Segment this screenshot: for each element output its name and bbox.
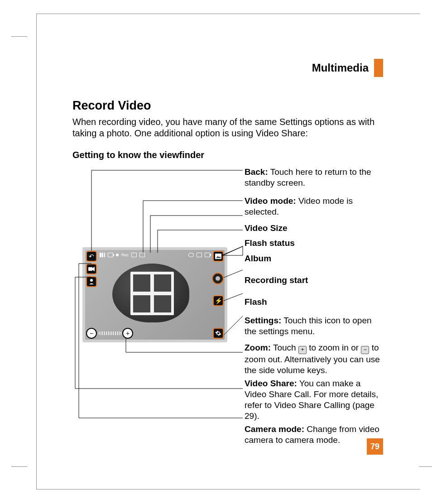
- callout-label: Settings:: [245, 316, 281, 325]
- callout-video-size: Video Size: [245, 223, 380, 234]
- crop-mark: [11, 36, 27, 37]
- callout-camera-mode: Camera mode: Change from video camera to…: [245, 424, 380, 446]
- svg-line-10: [224, 316, 243, 335]
- callout-back: Back: Touch here to return to the standb…: [245, 167, 380, 190]
- callout-album: Album: [245, 253, 380, 264]
- callout-label: Video Share:: [245, 379, 297, 388]
- callout-video-mode: Video mode: Video mode is selected.: [245, 196, 380, 217]
- section-tab: [374, 59, 383, 77]
- svg-line-8: [224, 270, 243, 278]
- callout-video-share: Video Share: You can make a Video Share …: [245, 378, 380, 421]
- crop-mark: [36, 14, 37, 489]
- crop-mark: [11, 466, 27, 467]
- callout-label: Flash status: [245, 238, 295, 248]
- callout-label: Recording start: [245, 275, 308, 285]
- crop-mark: [36, 489, 420, 490]
- crop-mark: [419, 466, 432, 467]
- callout-label: Video Size: [245, 223, 288, 233]
- svg-line-7: [223, 246, 243, 255]
- callout-settings: Settings: Touch this icon to open the se…: [245, 315, 380, 337]
- section-title: Multimedia: [312, 62, 369, 74]
- callout-column: Back: Touch here to return to the standb…: [245, 167, 380, 448]
- subheading: Getting to know the viewfinder: [72, 150, 385, 160]
- page-number: 79: [367, 438, 383, 455]
- page-title: Record Video: [72, 99, 385, 113]
- callout-recording-start: Recording start: [245, 275, 380, 286]
- zoom-out-icon: −: [361, 346, 369, 354]
- callout-flash: Flash: [245, 297, 380, 307]
- zoom-in-icon: +: [298, 346, 307, 354]
- callout-label: Flash: [245, 297, 267, 307]
- svg-line-9: [224, 293, 243, 301]
- viewfinder-diagram: Rec ↶ ⚡: [72, 167, 385, 447]
- callout-label: Camera mode:: [245, 424, 304, 434]
- intro-text: When recording video, you have many of t…: [72, 116, 385, 139]
- callout-zoom: Zoom: Touch + to zoom in or − to zoom ou…: [245, 342, 380, 375]
- leader-lines: [72, 167, 254, 447]
- crop-mark: [36, 14, 420, 14]
- page-content: Record Video When recording video, you h…: [72, 99, 385, 447]
- callout-label: Back:: [245, 167, 268, 177]
- callout-label: Zoom:: [245, 343, 271, 352]
- callout-label: Video mode:: [245, 196, 296, 206]
- callout-label: Album: [245, 254, 271, 263]
- callout-flash-status: Flash status: [245, 238, 380, 249]
- section-header: Multimedia: [312, 59, 383, 77]
